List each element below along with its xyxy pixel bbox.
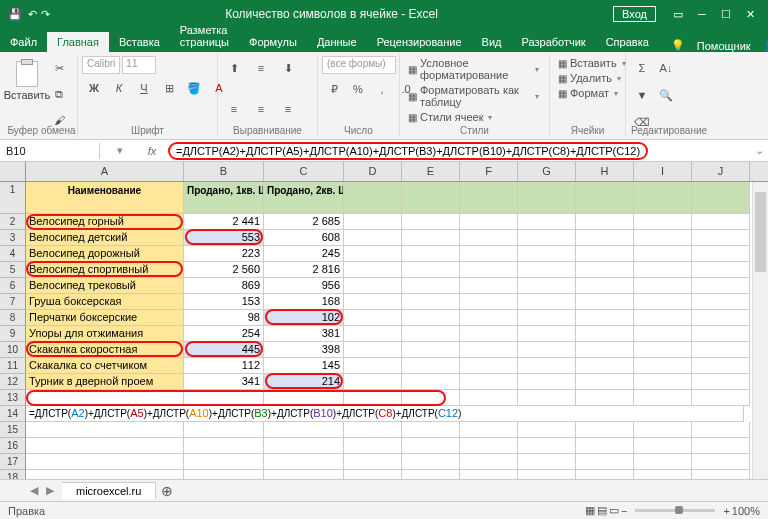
cell[interactable] (344, 230, 402, 246)
row-header[interactable]: 1 (0, 182, 26, 214)
row-header[interactable]: 4 (0, 246, 26, 262)
cut-icon[interactable]: ✂ (47, 56, 71, 80)
cell[interactable] (634, 214, 692, 230)
cell[interactable] (692, 278, 750, 294)
cell[interactable] (184, 438, 264, 454)
zoom-in-icon[interactable]: + (723, 505, 729, 517)
cell[interactable] (460, 246, 518, 262)
cell[interactable] (460, 358, 518, 374)
tab-home[interactable]: Главная (47, 32, 109, 52)
cell[interactable] (634, 182, 692, 214)
cell[interactable] (692, 326, 750, 342)
cell[interactable]: 254 (184, 326, 264, 342)
cell[interactable] (518, 182, 576, 214)
cell[interactable] (518, 278, 576, 294)
row-header[interactable]: 15 (0, 422, 26, 438)
cell[interactable] (460, 294, 518, 310)
cell[interactable] (184, 390, 264, 406)
sort-icon[interactable]: A↓ (654, 56, 678, 80)
insert-cells-button[interactable]: ▦ Вставить▾ (554, 56, 630, 70)
align-center-icon[interactable]: ≡ (249, 97, 273, 121)
cell[interactable] (634, 262, 692, 278)
cell[interactable]: 168 (264, 294, 344, 310)
cell[interactable] (576, 214, 634, 230)
cell[interactable] (460, 342, 518, 358)
cell[interactable] (26, 438, 184, 454)
fill-icon[interactable]: ▼ (630, 83, 654, 107)
cell[interactable]: Наименование (26, 182, 184, 214)
cell[interactable]: 145 (264, 358, 344, 374)
cell[interactable] (344, 278, 402, 294)
cell[interactable] (344, 310, 402, 326)
cell[interactable] (692, 454, 750, 470)
cell[interactable] (576, 358, 634, 374)
delete-cells-button[interactable]: ▦ Удалить▾ (554, 71, 625, 85)
col-header-B[interactable]: B (184, 162, 264, 181)
format-table-button[interactable]: ▦ Форматировать как таблицу▾ (404, 83, 543, 109)
fill-color-icon[interactable]: 🪣 (182, 76, 206, 100)
tab-review[interactable]: Рецензирование (367, 32, 472, 52)
cell[interactable] (402, 182, 460, 214)
cell[interactable]: 341 (184, 374, 264, 390)
cell[interactable] (402, 310, 460, 326)
row-header[interactable]: 16 (0, 438, 26, 454)
cell[interactable] (402, 214, 460, 230)
cell[interactable] (460, 262, 518, 278)
cell[interactable] (518, 262, 576, 278)
cell[interactable]: Груша боксерская (26, 294, 184, 310)
cell[interactable]: 2 560 (184, 262, 264, 278)
number-format-dropdown[interactable]: (все формы) (322, 56, 396, 74)
cell[interactable] (264, 390, 344, 406)
row-header[interactable]: 11 (0, 358, 26, 374)
row-header[interactable]: 2 (0, 214, 26, 230)
cell[interactable] (518, 342, 576, 358)
tab-help[interactable]: Справка (596, 32, 659, 52)
view-break-icon[interactable]: ▭ (609, 504, 619, 517)
col-header-G[interactable]: G (518, 162, 576, 181)
cell[interactable]: 553 (184, 230, 264, 246)
view-layout-icon[interactable]: ▤ (597, 504, 607, 517)
maximize-icon[interactable]: ☐ (716, 4, 736, 24)
cell[interactable] (634, 342, 692, 358)
cell[interactable] (460, 214, 518, 230)
cell[interactable] (184, 422, 264, 438)
row-header[interactable]: 5 (0, 262, 26, 278)
cell[interactable] (344, 422, 402, 438)
cell[interactable] (344, 358, 402, 374)
cell[interactable] (518, 246, 576, 262)
cell[interactable]: Перчатки боксерские (26, 310, 184, 326)
zoom-level[interactable]: 100% (732, 505, 760, 517)
row-header[interactable]: 13 (0, 390, 26, 406)
share-link[interactable]: 👤 Поделиться (763, 39, 768, 52)
cell[interactable] (576, 246, 634, 262)
align-bottom-icon[interactable]: ⬇ (276, 56, 300, 80)
close-icon[interactable]: ✕ (740, 4, 760, 24)
cell[interactable]: 956 (264, 278, 344, 294)
cell[interactable]: Продано, 2кв. Шт. (264, 182, 344, 214)
cell[interactable]: Скакалка со счетчиком (26, 358, 184, 374)
row-header[interactable]: 8 (0, 310, 26, 326)
row-header[interactable]: 17 (0, 454, 26, 470)
cell[interactable] (264, 438, 344, 454)
tab-file[interactable]: Файл (0, 32, 47, 52)
align-right-icon[interactable]: ≡ (276, 97, 300, 121)
cell[interactable]: 2 441 (184, 214, 264, 230)
cell[interactable] (460, 438, 518, 454)
cell[interactable] (184, 454, 264, 470)
cell[interactable] (460, 230, 518, 246)
cell[interactable] (576, 374, 634, 390)
format-cells-button[interactable]: ▦ Формат▾ (554, 86, 622, 100)
tab-insert[interactable]: Вставка (109, 32, 170, 52)
cell[interactable] (402, 454, 460, 470)
cell[interactable]: 608 (264, 230, 344, 246)
tab-view[interactable]: Вид (472, 32, 512, 52)
cell[interactable] (344, 454, 402, 470)
cell[interactable] (344, 390, 402, 406)
row-header[interactable]: 3 (0, 230, 26, 246)
cell[interactable]: Велосипед дорожный (26, 246, 184, 262)
cell[interactable]: 153 (184, 294, 264, 310)
cell[interactable]: 223 (184, 246, 264, 262)
sum-icon[interactable]: Σ (630, 56, 654, 80)
cell[interactable] (344, 326, 402, 342)
find-icon[interactable]: 🔍 (654, 83, 678, 107)
